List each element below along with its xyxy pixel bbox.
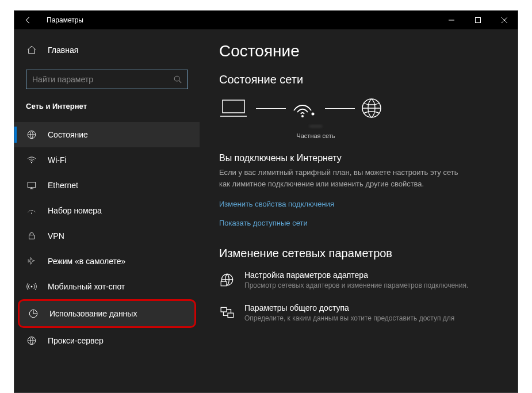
sidebar-item-label: VPN xyxy=(48,231,64,241)
svg-rect-10 xyxy=(29,235,35,239)
search-input[interactable] xyxy=(32,75,174,84)
svg-rect-14 xyxy=(223,100,244,113)
svg-rect-21 xyxy=(221,307,227,312)
sidebar: Главная Сеть и Интернет Состояние Wi xyxy=(14,29,200,392)
option-title: Настройка параметров адаптера xyxy=(244,270,468,280)
sidebar-item-label: Прокси-сервер xyxy=(48,336,104,345)
sidebar-item-label: Набор номера xyxy=(48,206,102,215)
sidebar-item-dialup[interactable]: Набор номера xyxy=(14,198,200,223)
connection-status-title: Вы подключены к Интернету xyxy=(219,153,498,163)
connector-line xyxy=(256,108,286,109)
section-change-network-settings: Изменение сетевых параметров xyxy=(219,247,498,260)
link-change-connection-properties[interactable]: Изменить свойства подключения xyxy=(219,200,498,208)
globe-internet-icon xyxy=(357,97,392,120)
search-box[interactable] xyxy=(26,70,188,89)
svg-point-5 xyxy=(31,162,32,163)
connection-status-desc: Если у вас лимитный тарифный план, вы мо… xyxy=(219,167,466,189)
network-diagram xyxy=(219,97,498,120)
adapter-icon xyxy=(219,272,235,288)
sidebar-item-label: Состояние xyxy=(48,130,88,139)
section-network-status: Состояние сети xyxy=(219,73,498,86)
link-show-available-networks[interactable]: Показать доступные сети xyxy=(219,219,498,227)
content-pane: Состояние Состояние сети —— Частная сеть xyxy=(200,29,518,392)
sidebar-home-label: Главная xyxy=(48,45,78,55)
data-usage-icon xyxy=(28,308,39,319)
sidebar-section-label: Сеть и Интернет xyxy=(14,102,200,110)
option-desc: Определите, к каким данным вы хотите пре… xyxy=(244,314,454,323)
svg-rect-22 xyxy=(228,313,234,318)
svg-line-3 xyxy=(179,81,181,83)
svg-point-17 xyxy=(312,113,315,116)
wifi-icon xyxy=(26,154,37,166)
back-button[interactable] xyxy=(14,11,42,29)
window-title: Параметры xyxy=(47,16,83,24)
sidebar-item-label: Ethernet xyxy=(48,181,78,190)
svg-point-11 xyxy=(31,286,33,288)
sidebar-item-vpn[interactable]: VPN xyxy=(14,223,200,249)
dialup-icon xyxy=(26,205,37,216)
svg-point-9 xyxy=(31,213,32,214)
vpn-icon xyxy=(26,230,37,242)
home-icon xyxy=(26,44,37,56)
svg-rect-6 xyxy=(28,182,36,188)
svg-rect-20 xyxy=(221,281,227,286)
sidebar-item-airplane[interactable]: Режим «в самолете» xyxy=(14,249,200,274)
minimize-button[interactable] xyxy=(438,11,465,29)
svg-point-16 xyxy=(301,115,304,117)
sidebar-item-wifi[interactable]: Wi-Fi xyxy=(14,147,200,173)
sidebar-item-ethernet[interactable]: Ethernet xyxy=(14,173,200,198)
settings-window: Параметры Главная xyxy=(14,10,518,393)
hotspot-icon xyxy=(26,281,37,292)
titlebar: Параметры xyxy=(14,11,518,29)
sidebar-item-label: Режим «в самолете» xyxy=(48,257,125,266)
router-wifi-icon xyxy=(288,97,323,120)
sharing-icon xyxy=(219,304,235,320)
status-icon xyxy=(26,129,37,140)
ethernet-icon xyxy=(26,180,37,191)
svg-rect-1 xyxy=(476,18,481,23)
option-title: Параметры общего доступа xyxy=(244,303,454,312)
sidebar-item-proxy[interactable]: Прокси-сервер xyxy=(14,328,200,353)
sidebar-item-data-usage[interactable]: Использование данных xyxy=(18,299,196,328)
network-name: —— xyxy=(264,122,368,129)
close-button[interactable] xyxy=(491,11,518,29)
option-adapter-settings[interactable]: Настройка параметров адаптера Просмотр с… xyxy=(219,270,498,291)
sidebar-item-label: Мобильный хот-спот xyxy=(48,282,125,291)
option-sharing-settings[interactable]: Параметры общего доступа Определите, к к… xyxy=(219,303,498,323)
sidebar-item-label: Wi-Fi xyxy=(48,155,67,165)
sidebar-item-label: Использование данных xyxy=(49,309,137,318)
connector-line xyxy=(325,108,355,109)
proxy-icon xyxy=(26,335,37,346)
airplane-icon xyxy=(26,255,37,267)
page-title: Состояние xyxy=(219,42,498,60)
svg-point-2 xyxy=(174,76,179,81)
device-icon xyxy=(219,97,254,120)
maximize-button[interactable] xyxy=(465,11,491,29)
option-desc: Просмотр сетевых адаптеров и изменение п… xyxy=(244,281,468,291)
sidebar-item-hotspot[interactable]: Мобильный хот-спот xyxy=(14,274,200,299)
sidebar-home[interactable]: Главная xyxy=(14,40,200,60)
search-icon xyxy=(174,75,182,83)
network-type-label: Частная сеть xyxy=(264,132,368,139)
sidebar-item-status[interactable]: Состояние xyxy=(14,122,200,147)
